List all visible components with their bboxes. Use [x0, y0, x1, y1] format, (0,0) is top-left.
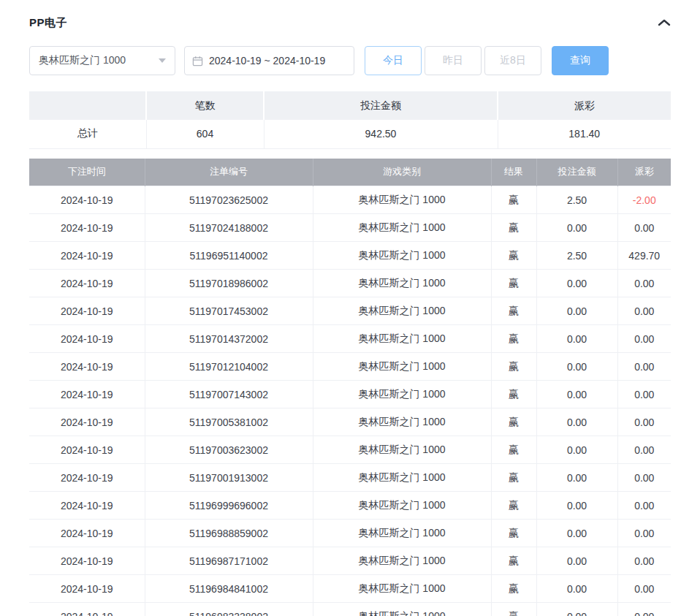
- calendar-icon: [192, 56, 203, 66]
- cell-bet-amount: 0.00: [536, 492, 617, 520]
- cell-game-type: 奥林匹斯之门 1000: [313, 325, 491, 353]
- summary-header-empty: [29, 91, 146, 120]
- cell-result: 赢: [491, 436, 536, 464]
- cell-result: 赢: [491, 603, 536, 616]
- cell-order-id: 51196984841002: [145, 575, 313, 603]
- cell-order-id: 51197024188002: [145, 214, 313, 242]
- cell-bet-time: 2024-10-19: [29, 270, 145, 297]
- table-row: 2024-10-1951197003623002奥林匹斯之门 1000赢0.00…: [29, 436, 671, 464]
- summary-header-payout: 派彩: [498, 91, 671, 120]
- cell-game-type: 奥林匹斯之门 1000: [313, 436, 491, 464]
- cell-bet-amount: 0.00: [536, 270, 617, 297]
- cell-result: 赢: [491, 547, 536, 575]
- cell-order-id: 51197017453002: [145, 297, 313, 325]
- cell-game-type: 奥林匹斯之门 1000: [313, 408, 491, 436]
- summary-table: 笔数 投注金额 派彩 总计 604 942.50 181.40: [29, 91, 671, 149]
- table-row: 2024-10-1951196999696002奥林匹斯之门 1000赢0.00…: [29, 492, 671, 520]
- cell-bet-amount: 0.00: [536, 214, 617, 242]
- cell-payout: 0.00: [617, 547, 671, 575]
- summary-header-bet-amount: 投注金额: [264, 91, 498, 120]
- cell-payout: 0.00: [617, 325, 671, 353]
- cell-payout: 0.00: [617, 603, 671, 616]
- table-row: 2024-10-1951197018986002奥林匹斯之门 1000赢0.00…: [29, 270, 671, 297]
- cell-order-id: 51197005381002: [145, 408, 313, 436]
- cell-bet-amount: 0.00: [536, 575, 617, 603]
- column-header-payout: 派彩: [617, 159, 671, 186]
- summary-total-count: 604: [146, 120, 264, 148]
- cell-order-id: 51197023625002: [145, 186, 313, 214]
- cell-result: 赢: [491, 464, 536, 492]
- cell-bet-time: 2024-10-19: [29, 214, 145, 242]
- cell-order-id: 51196988859002: [145, 520, 313, 547]
- summary-total-row: 总计 604 942.50 181.40: [29, 120, 671, 148]
- cell-bet-time: 2024-10-19: [29, 325, 145, 353]
- table-row: 2024-10-1951196951140002奥林匹斯之门 1000赢2.50…: [29, 242, 671, 270]
- cell-bet-time: 2024-10-19: [29, 603, 145, 616]
- cell-result: 赢: [491, 575, 536, 603]
- summary-total-label: 总计: [29, 120, 146, 148]
- cell-bet-time: 2024-10-19: [29, 297, 145, 325]
- table-row: 2024-10-1951197024188002奥林匹斯之门 1000赢0.00…: [29, 214, 671, 242]
- cell-game-type: 奥林匹斯之门 1000: [313, 186, 491, 214]
- table-row: 2024-10-1951196983338002奥林匹斯之门 1000赢0.00…: [29, 603, 671, 616]
- table-row: 2024-10-1951196987171002奥林匹斯之门 1000赢0.00…: [29, 547, 671, 575]
- cell-order-id: 51197007143002: [145, 381, 313, 408]
- cell-bet-amount: 0.00: [536, 464, 617, 492]
- cell-game-type: 奥林匹斯之门 1000: [313, 603, 491, 616]
- cell-order-id: 51197001913002: [145, 464, 313, 492]
- column-header-bet-amount: 投注金额: [536, 159, 617, 186]
- cell-order-id: 51196987171002: [145, 547, 313, 575]
- cell-payout: 0.00: [617, 436, 671, 464]
- cell-payout: 0.00: [617, 353, 671, 381]
- cell-result: 赢: [491, 353, 536, 381]
- summary-header-row: 笔数 投注金额 派彩: [29, 91, 671, 120]
- cell-order-id: 51196983338002: [145, 603, 313, 616]
- date-range-input[interactable]: 2024-10-19 ~ 2024-10-19: [184, 46, 354, 75]
- cell-order-id: 51197012104002: [145, 353, 313, 381]
- page-title: PP电子: [29, 16, 67, 30]
- cell-result: 赢: [491, 270, 536, 297]
- cell-payout: 0.00: [617, 520, 671, 547]
- cell-bet-amount: 0.00: [536, 603, 617, 616]
- cell-payout: 0.00: [617, 270, 671, 297]
- table-row: 2024-10-1951197017453002奥林匹斯之门 1000赢0.00…: [29, 297, 671, 325]
- cell-bet-time: 2024-10-19: [29, 492, 145, 520]
- summary-header-count: 笔数: [146, 91, 264, 120]
- cell-result: 赢: [491, 297, 536, 325]
- column-header-order-id: 注单编号: [145, 159, 313, 186]
- collapse-chevron-up-icon[interactable]: [658, 18, 671, 27]
- today-button[interactable]: 今日: [365, 46, 422, 75]
- cell-order-id: 51196999696002: [145, 492, 313, 520]
- cell-order-id: 51197018986002: [145, 270, 313, 297]
- cell-bet-time: 2024-10-19: [29, 520, 145, 547]
- table-row: 2024-10-1951196984841002奥林匹斯之门 1000赢0.00…: [29, 575, 671, 603]
- cell-result: 赢: [491, 408, 536, 436]
- cell-bet-amount: 2.50: [536, 242, 617, 270]
- cell-bet-time: 2024-10-19: [29, 381, 145, 408]
- game-select[interactable]: 奥林匹斯之门 1000: [29, 46, 175, 75]
- cell-game-type: 奥林匹斯之门 1000: [313, 547, 491, 575]
- cell-result: 赢: [491, 242, 536, 270]
- cell-game-type: 奥林匹斯之门 1000: [313, 297, 491, 325]
- cell-bet-time: 2024-10-19: [29, 464, 145, 492]
- cell-game-type: 奥林匹斯之门 1000: [313, 464, 491, 492]
- yesterday-button[interactable]: 昨日: [425, 46, 482, 75]
- cell-bet-time: 2024-10-19: [29, 242, 145, 270]
- cell-payout: 429.70: [617, 242, 671, 270]
- panel-header: PP电子: [29, 10, 671, 35]
- cell-bet-amount: 0.00: [536, 436, 617, 464]
- cell-bet-amount: 0.00: [536, 547, 617, 575]
- cell-payout: 0.00: [617, 575, 671, 603]
- summary-total-bet-amount: 942.50: [264, 120, 498, 148]
- last8days-button[interactable]: 近8日: [484, 46, 541, 75]
- cell-bet-time: 2024-10-19: [29, 575, 145, 603]
- cell-bet-time: 2024-10-19: [29, 353, 145, 381]
- cell-result: 赢: [491, 186, 536, 214]
- cell-order-id: 51197014372002: [145, 325, 313, 353]
- table-row: 2024-10-1951197014372002奥林匹斯之门 1000赢0.00…: [29, 325, 671, 353]
- cell-bet-amount: 0.00: [536, 353, 617, 381]
- chevron-down-icon: [159, 58, 166, 63]
- search-button[interactable]: 查询: [552, 46, 609, 75]
- cell-bet-amount: 2.50: [536, 186, 617, 214]
- cell-result: 赢: [491, 214, 536, 242]
